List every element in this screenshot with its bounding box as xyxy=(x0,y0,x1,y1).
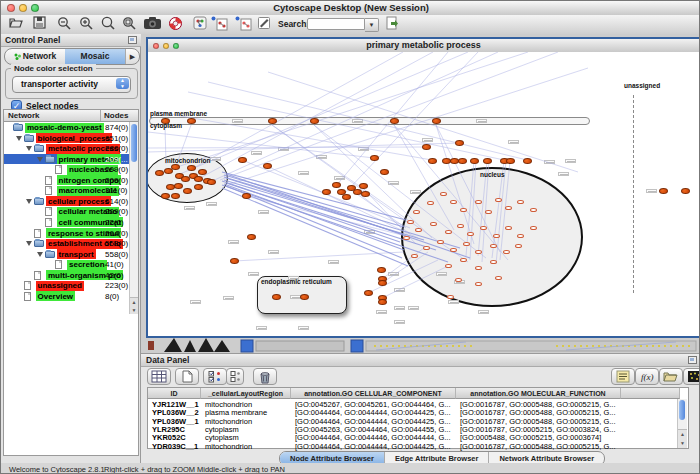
float-panel-icon[interactable] xyxy=(128,36,137,44)
annotation-icon[interactable] xyxy=(257,16,275,32)
network-node[interactable] xyxy=(364,290,373,296)
network-node-small[interactable] xyxy=(403,236,410,241)
table-cell[interactable]: [GO:0016787, GO:0005488, GO:0005215, G..… xyxy=(456,442,621,452)
network-node[interactable] xyxy=(174,183,183,189)
network-node[interactable] xyxy=(310,118,319,124)
network-node[interactable] xyxy=(432,118,441,124)
new-attribute-button[interactable] xyxy=(175,368,199,385)
table-cell[interactable]: YDR039C__1 xyxy=(148,442,201,452)
network-node[interactable] xyxy=(238,157,247,163)
network-node-small[interactable] xyxy=(411,254,418,259)
tree-row[interactable]: multi-organism pro42(0) xyxy=(4,270,131,281)
select-attributes-button[interactable] xyxy=(203,368,227,385)
network-node-small[interactable] xyxy=(490,260,497,265)
network-node[interactable] xyxy=(342,194,351,200)
network-node[interactable] xyxy=(230,258,239,264)
network-node-small[interactable] xyxy=(423,246,430,251)
network-node-small[interactable] xyxy=(457,224,464,229)
network-node[interactable] xyxy=(171,193,180,199)
network-node[interactable] xyxy=(506,158,515,164)
tree-row[interactable]: metabolic process280(0) xyxy=(4,143,131,154)
more-tabs-arrow-icon[interactable]: ▶ xyxy=(125,49,139,64)
column-header[interactable]: _cellularLayoutRegion xyxy=(201,388,291,399)
tree-row[interactable]: cellular process614(0) xyxy=(4,196,131,207)
delete-attribute-button[interactable] xyxy=(253,368,277,385)
twisty-icon[interactable] xyxy=(26,241,32,246)
table-scrollbar[interactable]: ▲▼ xyxy=(677,399,687,448)
network-overview-icon[interactable] xyxy=(193,16,211,32)
tree-scrollbar-thumb[interactable] xyxy=(131,124,137,162)
tree-row[interactable]: establishment of lo558(0) xyxy=(4,238,131,249)
network-node[interactable] xyxy=(272,294,281,300)
twisty-icon[interactable] xyxy=(37,252,43,257)
node-color-dropdown[interactable]: transporter activity ▲▼ xyxy=(12,76,131,93)
tree-row[interactable]: response to stimul264(0) xyxy=(4,228,131,239)
table-cell[interactable]: [GO:0044464, GO:0044444, GO:0044425, G..… xyxy=(291,442,456,452)
column-header[interactable]: annotation.GO CELLULAR_COMPONENT xyxy=(291,388,456,399)
attribute-table-button[interactable] xyxy=(147,368,171,385)
tree-row[interactable]: secretion41(0) xyxy=(4,259,131,270)
network-node-small[interactable] xyxy=(495,276,502,281)
network-node[interactable] xyxy=(183,188,192,194)
network-node-small[interactable] xyxy=(415,228,422,233)
network-node-small[interactable] xyxy=(440,192,447,197)
attribute-matrix-button[interactable] xyxy=(683,368,700,385)
tree-scrollbar[interactable]: ▲▼ xyxy=(129,122,138,314)
search-input[interactable] xyxy=(307,18,365,30)
network-node-small[interactable] xyxy=(515,244,522,249)
network-node[interactable] xyxy=(207,179,216,185)
network-canvas[interactable]: plasma membranecytoplasmmitochondrionnuc… xyxy=(148,52,699,336)
save-session-icon[interactable] xyxy=(32,16,50,32)
tab-mosaic[interactable]: Mosaic xyxy=(65,49,125,64)
network-node[interactable] xyxy=(458,158,467,164)
network-node-small[interactable] xyxy=(480,226,487,231)
network-node[interactable] xyxy=(322,189,331,195)
network-node-small[interactable] xyxy=(450,200,457,205)
network-node-small[interactable] xyxy=(430,222,437,227)
network-node-small[interactable] xyxy=(467,232,474,237)
zoom-out-icon[interactable] xyxy=(57,16,75,32)
network-node-small[interactable] xyxy=(460,258,467,263)
network-node[interactable] xyxy=(194,184,203,190)
tree-row[interactable]: unassigned223(0) xyxy=(4,280,131,291)
network-node-small[interactable] xyxy=(475,282,482,287)
help-icon[interactable] xyxy=(168,16,186,32)
network-node-small[interactable] xyxy=(475,200,482,205)
table-scrollbar-buttons[interactable]: ▲▼ xyxy=(678,429,687,448)
network-node-small[interactable] xyxy=(517,234,524,239)
destroy-network-icon[interactable] xyxy=(235,16,255,32)
attribute-list-button[interactable] xyxy=(611,368,635,385)
network-node[interactable] xyxy=(198,169,207,175)
network-node[interactable] xyxy=(300,294,309,300)
network-node-small[interactable] xyxy=(495,198,502,203)
network-node-small[interactable] xyxy=(530,208,537,213)
network-node-small[interactable] xyxy=(475,266,482,271)
column-header[interactable]: annotation.GO MOLECULAR_FUNCTION xyxy=(456,388,621,399)
network-node-small[interactable] xyxy=(505,206,512,211)
network-node[interactable] xyxy=(470,158,479,164)
network-node-small[interactable] xyxy=(517,200,524,205)
tree-row[interactable]: Overview8(0) xyxy=(4,291,131,302)
network-node-small[interactable] xyxy=(475,250,482,255)
network-node-small[interactable] xyxy=(485,210,492,215)
network-node[interactable] xyxy=(332,182,341,188)
tree-row[interactable]: mosaic-demo-yeast874(0) xyxy=(4,122,131,133)
network-node[interactable] xyxy=(377,267,386,273)
network-node-small[interactable] xyxy=(413,210,420,215)
network-node[interactable] xyxy=(171,164,180,170)
tree-row[interactable]: macromolecule311(0) xyxy=(4,185,131,196)
network-node-small[interactable] xyxy=(445,264,452,269)
import-attributes-button[interactable] xyxy=(659,368,683,385)
import-network-icon[interactable] xyxy=(385,16,403,32)
tree-row[interactable]: cell communicat22(0) xyxy=(4,217,131,228)
function-builder-button[interactable]: f(x) xyxy=(635,368,659,385)
column-header[interactable]: ID xyxy=(148,388,201,399)
tree-row[interactable]: biological_process651(0) xyxy=(4,133,131,144)
network-node-small[interactable] xyxy=(490,244,497,249)
network-node-small[interactable] xyxy=(503,250,510,255)
zoom-in-icon[interactable] xyxy=(79,16,97,32)
tree-row[interactable]: nitrogen compo209(0) xyxy=(4,175,131,186)
network-node-small[interactable] xyxy=(437,240,444,245)
network-node[interactable] xyxy=(378,280,387,286)
tree-row[interactable]: cellular metabo209(0) xyxy=(4,206,131,217)
